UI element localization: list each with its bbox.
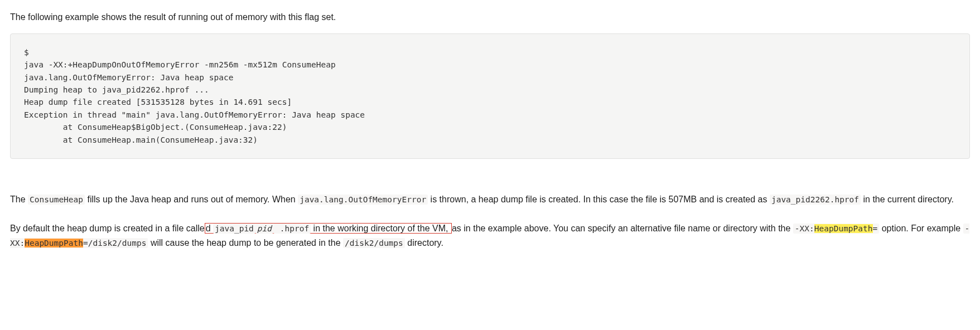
code-pid-placeholder: pid (255, 224, 273, 234)
text-fragment: option. For example (879, 224, 963, 233)
explanation-paragraph-1: The ConsumeHeap fills up the Java heap a… (10, 192, 970, 207)
text-fragment: is thrown, a heap dump file is created. … (428, 195, 770, 204)
code-path-value: =/disk2/dumps (83, 239, 147, 248)
code-oom-error: java.lang.OutOfMemoryError (298, 195, 428, 205)
text-fragment: fills up the Java heap and runs out of m… (85, 195, 298, 204)
code-example-block: $ java -XX:+HeapDumpOnOutOfMemoryError -… (10, 33, 970, 159)
intro-paragraph: The following example shows the result o… (10, 10, 970, 25)
highlight-heapdumppath-1: HeapDumpPath (814, 224, 873, 233)
code-xx-prefix: -XX: (795, 224, 814, 233)
text-fragment: directory. (405, 238, 443, 248)
code-consumeheap: ConsumeHeap (28, 195, 85, 205)
highlight-heapdumppath-2: HeapDumpPath (25, 239, 83, 248)
text-fragment: in the current directory. (861, 195, 954, 204)
text-fragment: The (10, 195, 28, 204)
code-xx-option-1: -XX:HeapDumpPath= (793, 224, 879, 234)
code-hprof-file: java_pid2262.hprof (770, 195, 861, 205)
code-disk2-dumps: /disk2/dumps (343, 238, 405, 248)
code-hprof-suffix: .hprof (273, 224, 311, 234)
explanation-paragraph-2: By default the heap dump is created in a… (10, 221, 970, 250)
text-fragment: will cause the heap dump to be generated… (148, 238, 343, 248)
highlighted-box: d java_pidpid .hprof in the working dire… (205, 223, 452, 234)
text-fragment: in the working directory of the VM, (311, 224, 451, 233)
code-java-pid-prefix: java_pid (213, 224, 255, 234)
text-fragment: as in the example above. You can specify… (452, 224, 793, 233)
text-fragment: d (206, 224, 213, 233)
code-equals: = (873, 224, 878, 233)
text-fragment: By default the heap dump is created in a… (10, 224, 205, 233)
